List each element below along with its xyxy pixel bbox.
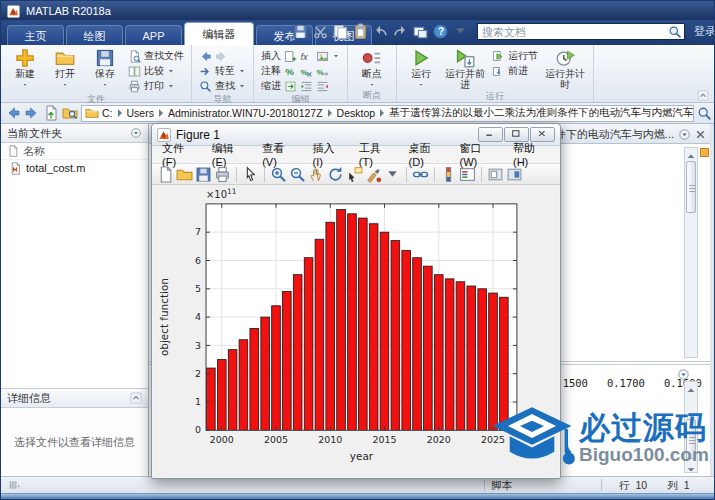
insert-button[interactable]: 插入fx bbox=[261, 49, 340, 63]
editor-scrollbar[interactable] bbox=[684, 147, 698, 358]
minimize-button[interactable] bbox=[478, 127, 503, 142]
collapse-ribbon-button[interactable] bbox=[696, 87, 710, 98]
caret-down-icon[interactable] bbox=[384, 166, 401, 183]
find-files-button[interactable]: 查找文件 bbox=[128, 49, 184, 63]
zoom-out-icon[interactable] bbox=[289, 166, 306, 183]
goto-button[interactable]: 转至 bbox=[199, 64, 246, 78]
figure-menu-item[interactable]: 工具(T) bbox=[352, 141, 402, 168]
scroll-up-icon[interactable] bbox=[685, 148, 697, 159]
open-file-icon[interactable] bbox=[176, 166, 193, 183]
details-panel: 详细信息 选择文件以查看详细信息 bbox=[1, 388, 148, 476]
save-button[interactable]: 保存 bbox=[88, 48, 122, 85]
up-one-level-icon[interactable] bbox=[43, 105, 59, 121]
ribbon-tab[interactable]: 主页 bbox=[7, 25, 64, 45]
breadcrumb-segment[interactable]: Users bbox=[127, 107, 168, 119]
paste-icon[interactable] bbox=[352, 23, 369, 40]
data-cursor-icon[interactable] bbox=[346, 166, 363, 183]
pan-icon[interactable] bbox=[308, 166, 325, 183]
link-plots-icon[interactable] bbox=[412, 166, 429, 183]
insert-legend-icon[interactable] bbox=[459, 166, 476, 183]
pane-menu-icon[interactable] bbox=[678, 127, 691, 140]
show-plot-tools-icon[interactable] bbox=[506, 166, 523, 183]
back-arrow-icon[interactable] bbox=[199, 50, 212, 63]
breadcrumb[interactable]: C:UsersAdministrator.WIN7U-20180127ZDesk… bbox=[81, 105, 694, 122]
indent-button[interactable]: 缩进 bbox=[261, 79, 340, 93]
advance-button[interactable]: 前进 bbox=[492, 64, 538, 78]
run-advance-button[interactable]: 运行并前进 bbox=[444, 48, 486, 90]
svg-text:%: % bbox=[300, 67, 307, 76]
save-figure-icon[interactable] bbox=[195, 166, 212, 183]
compare-button[interactable]: 比较 bbox=[128, 64, 184, 78]
figure-menu-item[interactable]: 帮助(H) bbox=[506, 141, 557, 168]
run-time-button[interactable]: 运行并计时 bbox=[544, 48, 586, 90]
breadcrumb-segment[interactable]: C: bbox=[102, 107, 127, 119]
search-icon[interactable] bbox=[668, 25, 682, 39]
panel-menu-icon[interactable] bbox=[130, 127, 142, 139]
forward-arrow-icon[interactable] bbox=[24, 105, 40, 121]
ribbon-tab[interactable]: 绘图 bbox=[66, 25, 123, 45]
search-folder-icon[interactable] bbox=[697, 106, 712, 121]
hide-plot-tools-icon[interactable] bbox=[487, 166, 504, 183]
doc-search-input[interactable] bbox=[478, 26, 668, 38]
figure-menu-item[interactable]: 文件(F) bbox=[155, 141, 205, 168]
figure-menu-item[interactable]: 窗口(W) bbox=[453, 141, 506, 168]
file-item-total-cost[interactable]: total_cost.m bbox=[1, 160, 148, 176]
forward-arrow-icon[interactable] bbox=[215, 50, 228, 63]
new-button[interactable]: 新建 bbox=[8, 48, 42, 85]
name-column-header[interactable]: 名称 bbox=[1, 143, 148, 160]
toolbar-separator bbox=[434, 167, 435, 182]
maximize-button[interactable] bbox=[504, 127, 529, 142]
figure-menu-item[interactable]: 查看(V) bbox=[255, 141, 305, 168]
breakpoints-button[interactable]: 断点 bbox=[355, 48, 389, 85]
compare-icon bbox=[128, 65, 141, 78]
breadcrumb-segment[interactable]: 基于遗传算法的以最小二乘法为准则条件下的电动汽车与内燃汽车的成本对比 bbox=[389, 106, 694, 120]
ribbon-tab[interactable]: 编辑器 bbox=[184, 22, 254, 45]
window-bottom-frame bbox=[1, 493, 715, 500]
open-button[interactable]: 打开 bbox=[48, 48, 82, 85]
print-button[interactable]: 打印 bbox=[128, 79, 184, 93]
redo-icon[interactable] bbox=[392, 23, 409, 40]
scrollbar-thumb[interactable] bbox=[686, 161, 696, 213]
insert-colorbar-icon[interactable] bbox=[440, 166, 457, 183]
breadcrumb-segment[interactable]: Administrator.WIN7U-20180127Z bbox=[168, 107, 337, 119]
cut-icon[interactable] bbox=[312, 23, 329, 40]
signin-link[interactable]: 登录 bbox=[694, 24, 715, 39]
help-icon[interactable]: ? bbox=[432, 23, 449, 40]
ribbon-tab[interactable]: APP bbox=[125, 25, 182, 45]
back-arrow-icon[interactable] bbox=[5, 105, 21, 121]
scroll-up-icon[interactable] bbox=[685, 382, 697, 393]
figure-menu-item[interactable]: 桌面(D) bbox=[402, 141, 453, 168]
breadcrumb-separator-icon bbox=[380, 109, 384, 117]
find-file-icon bbox=[128, 50, 141, 63]
comment-button[interactable]: 注释%%% bbox=[261, 64, 340, 78]
browse-folder-icon[interactable] bbox=[62, 105, 78, 121]
close-pane-icon[interactable] bbox=[694, 127, 707, 140]
run-button[interactable]: 运行 bbox=[404, 48, 438, 85]
figure-menu-item[interactable]: 编辑(E) bbox=[205, 141, 255, 168]
group-label-breakpoints: 断点 bbox=[355, 89, 389, 102]
find-button[interactable]: 查找 bbox=[199, 79, 246, 93]
print-figure-icon[interactable] bbox=[214, 166, 231, 183]
statusbar-grip-icon[interactable] bbox=[6, 479, 22, 491]
zoom-in-icon[interactable] bbox=[270, 166, 287, 183]
rotate-3d-icon[interactable] bbox=[327, 166, 344, 183]
breadcrumb-segment[interactable]: Desktop bbox=[337, 107, 390, 119]
uncomment-icon: % bbox=[300, 65, 313, 78]
save-icon[interactable] bbox=[292, 23, 309, 40]
brush-icon[interactable] bbox=[365, 166, 382, 183]
copy-icon[interactable] bbox=[332, 23, 349, 40]
svg-text:year: year bbox=[350, 450, 374, 462]
figure-menu-item[interactable]: 插入(I) bbox=[306, 141, 352, 168]
caret-down-icon[interactable] bbox=[452, 23, 469, 40]
svg-text:4: 4 bbox=[195, 311, 201, 322]
run-section-button[interactable]: 运行节 bbox=[492, 49, 538, 63]
collapse-panel-icon[interactable] bbox=[130, 392, 142, 404]
new-file-icon[interactable] bbox=[157, 166, 174, 183]
svg-text:?: ? bbox=[438, 26, 444, 37]
edit-cursor-icon[interactable] bbox=[242, 166, 259, 183]
svg-text:2000: 2000 bbox=[210, 434, 234, 445]
pane-menu-icon[interactable] bbox=[677, 367, 690, 380]
undo-icon[interactable] bbox=[372, 23, 389, 40]
close-button[interactable] bbox=[530, 127, 555, 142]
new-window-icon[interactable] bbox=[412, 23, 429, 40]
